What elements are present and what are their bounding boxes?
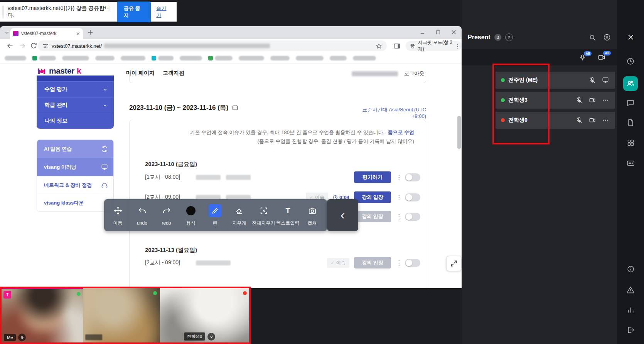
sidebar-item-visang-elearning[interactable]: visang 이러닝 [37, 158, 113, 176]
browser-menu-icon[interactable]: ⋮ [454, 42, 459, 50]
sidebar-item-visang-klass-download[interactable]: visang klass다운 [37, 194, 113, 211]
bookmark-item[interactable] [330, 56, 347, 60]
tool-pen[interactable]: 펜 [203, 204, 227, 227]
bookmark-item[interactable] [180, 56, 202, 60]
site-logo[interactable]: academy master k [37, 66, 81, 76]
sidebar-item-ai-pronunciation[interactable]: AI 발음 연습 [37, 140, 113, 158]
camera-icon[interactable] [589, 117, 596, 124]
bookmark-item[interactable] [353, 56, 376, 60]
tool-text-input[interactable]: T 텍스트입력 [276, 204, 300, 227]
participant-row-me[interactable]: 전주임 (ME) [496, 72, 615, 89]
mic-muted-icon[interactable] [589, 77, 596, 84]
sidebar-item-my-info[interactable]: 나의 정보 [37, 113, 114, 129]
evaluate-button[interactable]: 평가하기 [354, 171, 391, 183]
help-icon[interactable]: ? [505, 34, 513, 41]
info-icon[interactable] [617, 265, 644, 273]
chat-icon[interactable] [617, 99, 644, 107]
bookmark-star-icon[interactable] [376, 43, 382, 49]
bookmark-item[interactable] [296, 56, 324, 60]
tab-close-icon[interactable] [76, 32, 80, 36]
bookmark-item[interactable] [208, 56, 233, 60]
mic-muted-icon[interactable] [18, 334, 26, 341]
browser-maximize-icon[interactable] [436, 30, 440, 35]
tool-shape-style[interactable]: 형식 [179, 204, 203, 227]
row-toggle[interactable] [405, 213, 420, 221]
tool-eraser[interactable]: 지우개 [227, 204, 251, 227]
gif-icon[interactable] [617, 159, 644, 168]
fullscreen-expand-button[interactable] [446, 256, 462, 271]
hide-link[interactable]: 숨기기 [156, 5, 170, 19]
exit-icon[interactable] [617, 326, 644, 334]
stats-icon[interactable] [617, 306, 644, 314]
sidebar-item-class-manage[interactable]: 학급 관리 [37, 97, 114, 113]
camera-icon[interactable] [589, 97, 596, 104]
browser-window: vstest07-masterk [0, 26, 462, 288]
tool-redo[interactable]: redo [154, 205, 179, 226]
row-menu-icon[interactable]: ⋮ [396, 173, 400, 181]
document-icon[interactable] [617, 119, 644, 127]
bookmark-item[interactable] [62, 56, 89, 60]
video-tile-student0[interactable]: 전학생0 [160, 288, 250, 343]
bookmark-item[interactable] [121, 56, 145, 60]
zoom-class-link[interactable]: 줌으로 수업 [388, 129, 414, 135]
participant-row[interactable]: 전학생3 [496, 92, 615, 109]
history-icon[interactable] [617, 57, 644, 65]
browser-close-icon[interactable] [451, 30, 456, 35]
enter-lecture-button[interactable]: 강의 입장 [354, 191, 391, 203]
browser-minimize-icon[interactable] [420, 30, 425, 35]
row-toggle[interactable] [405, 193, 420, 201]
url-bar[interactable]: vstest07.masterkk.net/ [38, 40, 387, 51]
bookmark-item[interactable] [32, 56, 56, 60]
apps-grid-icon[interactable] [617, 139, 644, 147]
row-toggle[interactable] [405, 259, 420, 267]
sidebar-item-class-eval[interactable]: 수업 평가 [37, 81, 114, 97]
mic-muted-icon[interactable] [576, 117, 583, 124]
warning-icon[interactable] [617, 286, 644, 294]
forward-icon[interactable] [19, 42, 26, 50]
bookmark-item[interactable] [95, 56, 115, 60]
camera-all-button[interactable]: All [598, 54, 605, 61]
participant-row[interactable]: 전학생0 [496, 112, 615, 129]
bookmark-item[interactable] [152, 56, 174, 60]
reload-icon[interactable] [30, 42, 37, 49]
row-menu-icon[interactable]: ⋮ [396, 213, 400, 221]
side-panel-icon[interactable] [393, 42, 401, 50]
toolbar-collapse-button[interactable] [327, 199, 358, 231]
site-info-icon[interactable] [42, 43, 49, 49]
search-icon[interactable] [589, 34, 596, 41]
new-tab-icon[interactable] [87, 29, 93, 35]
tab-search-icon[interactable] [3, 29, 11, 37]
calendar-icon[interactable] [232, 104, 238, 111]
incognito-indicator[interactable]: 시크릿 모드(창 2개) [406, 41, 462, 51]
sidebar-item-network-check[interactable]: 네트워크 & 장비 점검 [37, 176, 113, 194]
row-menu-icon[interactable]: ⋮ [396, 193, 400, 201]
tool-move[interactable]: 이동 [106, 204, 130, 227]
tool-clear-all[interactable]: 전체지우기 [251, 204, 276, 227]
close-icon[interactable] [617, 34, 644, 40]
mic-all-button[interactable]: All [579, 54, 586, 61]
tool-capture[interactable]: 캡쳐 [300, 204, 324, 227]
bookmark-item[interactable] [270, 56, 290, 60]
back-icon[interactable] [6, 42, 14, 50]
screen-share-icon[interactable] [602, 77, 609, 84]
row-menu-icon[interactable]: ⋮ [396, 259, 400, 267]
enter-lecture-button-disabled[interactable]: 강의 입장 [354, 257, 391, 268]
bookmark-item[interactable] [239, 56, 264, 60]
video-tile-student[interactable] [83, 288, 160, 343]
more-options-icon[interactable] [602, 117, 609, 124]
tool-undo[interactable]: undo [130, 205, 154, 226]
drag-handle[interactable] [2, 5, 4, 18]
video-tile-me[interactable]: T Me [1, 288, 84, 344]
mic-muted-icon[interactable] [576, 97, 583, 104]
more-options-icon[interactable] [602, 97, 609, 104]
panel-close-icon[interactable] [603, 34, 611, 41]
stop-sharing-button[interactable]: 공유 중지 [117, 2, 151, 22]
participants-icon[interactable] [617, 76, 644, 91]
page-scrollbar[interactable] [457, 116, 461, 149]
sidebar-item-cutoff[interactable] [37, 76, 114, 81]
bookmark-item[interactable] [5, 56, 26, 60]
mic-icon[interactable] [207, 333, 215, 341]
browser-tab[interactable]: vstest07-masterk [10, 28, 83, 39]
row-toggle[interactable] [405, 173, 420, 181]
enter-lecture-button-disabled[interactable]: 강의 입장 [354, 211, 391, 222]
